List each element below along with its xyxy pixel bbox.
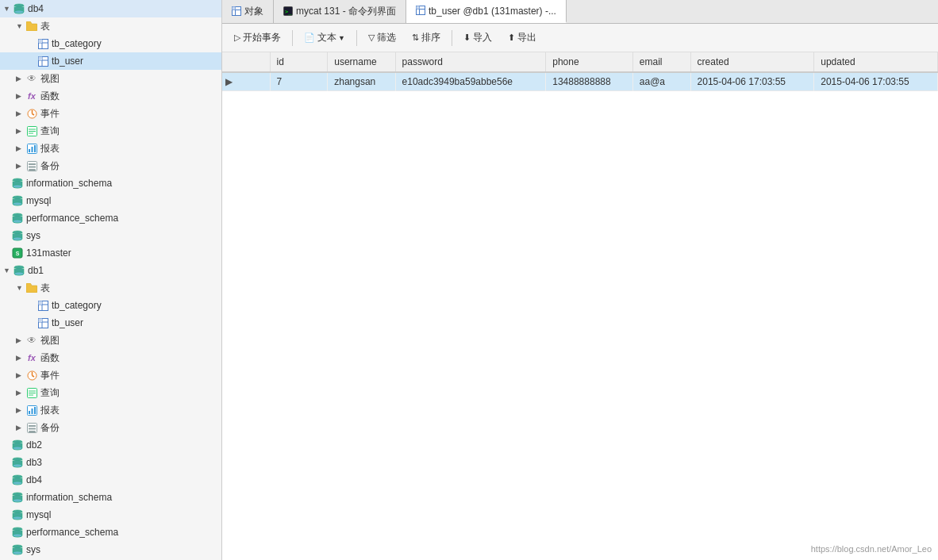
sidebar-item-baobiao1[interactable]: 报表 [0, 140, 221, 157]
svg-point-28 [13, 202, 22, 205]
svg-rect-40 [38, 301, 42, 305]
tab-bar: 对象>_mycat 131 - 命令列界面tb_user @db1 (131ma… [222, 0, 938, 24]
cell-phone: 13488888888 [546, 72, 633, 91]
tab-mycat-cmd[interactable]: >_mycat 131 - 命令列界面 [274, 0, 406, 23]
sidebar-item-backup1[interactable]: 备份 [0, 157, 221, 175]
sidebar-item-db3[interactable]: db3 [0, 454, 221, 471]
sidebar-item-information_schema1[interactable]: information_schema [0, 175, 221, 192]
chevron-down-icon [16, 22, 24, 30]
table-container: idusernamepasswordphoneemailcreatedupdat… [222, 52, 938, 560]
sidebar-item-shijian2[interactable]: 事件 [0, 366, 221, 384]
svg-point-65 [13, 481, 22, 485]
svg-rect-59 [29, 431, 36, 432]
sidebar-item-db2[interactable]: db2 [0, 436, 221, 454]
sidebar-item-shitu1[interactable]: 👁视图 [0, 70, 221, 87]
sidebar-item-biao2[interactable]: 表 [0, 279, 221, 297]
func-folder-icon: fx [25, 351, 38, 364]
svg-rect-24 [29, 169, 36, 171]
sidebar-item-hanshu2[interactable]: fx函数 [0, 349, 221, 366]
sidebar-item-label: mysql [26, 195, 51, 206]
sidebar-item-db4-root[interactable]: db4 [0, 0, 221, 17]
filter-button[interactable]: ▽ 筛选 [361, 28, 403, 48]
sidebar-item-label: tb_category [52, 38, 102, 49]
func-folder-icon: fx [25, 90, 38, 102]
sidebar-item-mysql2[interactable]: mysql [0, 506, 221, 524]
svg-rect-22 [29, 163, 36, 165]
sort-button[interactable]: ⇅ 排序 [405, 28, 448, 48]
sidebar-item-db1[interactable]: db1 [0, 262, 221, 279]
sidebar-item-tb_category2[interactable]: tb_category [0, 297, 221, 314]
sidebar-item-label: 查询 [40, 386, 60, 400]
separator2 [356, 30, 357, 46]
sidebar-item-information_schema2[interactable]: information_schema [0, 489, 221, 506]
svg-point-64 [13, 475, 22, 478]
export-button[interactable]: ⬆ 导出 [501, 28, 544, 48]
db-icon [11, 456, 24, 469]
sidebar-item-tb_user2[interactable]: tb_user [0, 314, 221, 332]
sidebar-item-chaxun2[interactable]: 查询 [0, 384, 221, 401]
chevron-right-icon [16, 162, 24, 170]
sidebar-item-performance_schema1[interactable]: performance_schema [0, 209, 221, 227]
sidebar-item-label: 报表 [40, 404, 60, 417]
query-folder-icon [25, 386, 38, 399]
report-folder-icon [25, 404, 38, 416]
sidebar-item-label: db2 [26, 439, 42, 451]
cell-username: zhangsan [328, 72, 395, 91]
export-icon: ⬆ [508, 33, 515, 43]
table-icon [37, 299, 49, 312]
chevron-down-icon [16, 284, 24, 292]
svg-point-72 [13, 545, 22, 548]
svg-point-62 [13, 458, 22, 461]
sidebar-item-shijian1[interactable]: 事件 [0, 105, 221, 122]
chevron-down-icon [3, 5, 11, 13]
sidebar-item-label: sys [26, 230, 40, 241]
sidebar-item-hanshu1[interactable]: fx函数 [0, 87, 221, 105]
sidebar-item-label: 131master [26, 247, 71, 259]
sidebar-item-shitu2[interactable]: 👁视图 [0, 332, 221, 349]
sidebar-item-tb_category1[interactable]: tb_category [0, 35, 221, 52]
table-row[interactable]: ▶7zhangsane10adc3949ba59abbe56e134888888… [222, 72, 938, 91]
sidebar-item-131master[interactable]: S131master [0, 244, 221, 262]
svg-point-30 [13, 220, 22, 223]
sidebar-item-label: db1 [28, 265, 44, 276]
svg-point-69 [13, 516, 22, 520]
sidebar-item-performance_schema2[interactable]: performance_schema [0, 524, 221, 541]
sort-icon: ⇅ [412, 33, 419, 43]
sidebar-item-label: 视图 [40, 72, 60, 86]
sidebar-item-label: tb_user [52, 317, 83, 328]
view-folder-icon: 👁 [25, 72, 38, 85]
svg-point-63 [13, 464, 22, 467]
sidebar-item-sys1[interactable]: sys [0, 227, 221, 244]
svg-point-66 [13, 493, 22, 496]
sidebar-item-db4b[interactable]: db4 [0, 471, 221, 489]
sidebar-item-sys2[interactable]: sys [0, 541, 221, 558]
chevron-right-icon [16, 336, 24, 344]
row-indicator: ▶ [222, 72, 270, 91]
sidebar-item-biao1[interactable]: 表 [0, 17, 221, 35]
sidebar-item-label: 事件 [40, 107, 60, 121]
import-icon: ⬇ [463, 33, 471, 43]
sidebar-item-backup2[interactable]: 备份 [0, 419, 221, 436]
sidebar-item-chaxun1[interactable]: 查询 [0, 122, 221, 140]
tab-duixiang[interactable]: 对象 [222, 0, 274, 23]
sidebar-item-label: information_schema [26, 178, 112, 189]
sidebar-item-label: 事件 [40, 369, 60, 382]
folder-icon [25, 20, 38, 33]
import-button[interactable]: ⬇ 导入 [456, 28, 499, 48]
start-transaction-button[interactable]: ▷ 开始事务 [227, 28, 288, 48]
svg-point-26 [13, 185, 22, 188]
sidebar-item-tb_user1[interactable]: tb_user [0, 52, 221, 70]
sidebar-item-label: 报表 [40, 142, 60, 155]
svg-rect-54 [31, 408, 33, 414]
text-button[interactable]: 📄 文本 ▼ [297, 28, 352, 48]
svg-rect-20 [34, 145, 36, 152]
sidebar-item-label: db4 [28, 3, 44, 14]
svg-point-70 [13, 527, 22, 531]
tab-tb-user-data[interactable]: tb_user @db1 (131master) -... [406, 0, 567, 23]
folder-icon [25, 282, 38, 294]
sidebar-item-mysql1[interactable]: mysql [0, 192, 221, 209]
sidebar-item-label: db4 [26, 474, 42, 485]
table-icon [37, 55, 49, 67]
sidebar-item-baobiao2[interactable]: 报表 [0, 401, 221, 419]
sidebar-item-label: db3 [26, 457, 42, 468]
